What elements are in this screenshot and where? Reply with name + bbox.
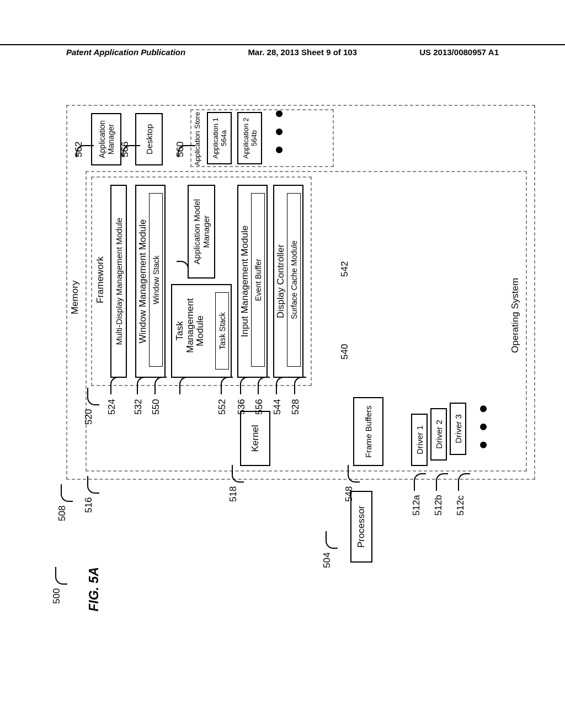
ref-536: 536 [236, 399, 247, 415]
ref-518: 518 [228, 486, 239, 502]
eventbuffer-label: Event Buffer [254, 259, 263, 301]
driver3-box: Driver 3 [450, 403, 466, 455]
ref-540: 540 [339, 344, 350, 360]
driver3-label: Driver 3 [454, 414, 463, 443]
desktop-box: Desktop [135, 113, 163, 165]
ref-542: 542 [339, 261, 350, 277]
windowstack-box: Window Stack [149, 193, 163, 367]
pub-date-sheet: Mar. 28, 2013 Sheet 9 of 103 [248, 47, 357, 61]
mdm-label: Multi-Display Management Module [114, 218, 124, 345]
ref-500: 500 [51, 588, 62, 604]
dots-drivers: ● ● ● [480, 402, 486, 449]
driver1-box: Driver 1 [411, 414, 428, 466]
app1-label: Application 1 564a [211, 117, 228, 158]
framebuffers-box: Frame Buffers [353, 397, 383, 466]
dots-apps: ● ● ● [276, 107, 281, 154]
wmm-label: Window Management Module [138, 220, 148, 344]
ref-512a: 512a [411, 495, 422, 516]
app1-box: Application 1 564a [207, 112, 232, 164]
appmgr-label: Application Manager [98, 120, 115, 158]
desktop-label: Desktop [145, 124, 154, 154]
dispctrl-label: Display Controller [276, 244, 286, 318]
pub-number: US 2013/0080957 A1 [419, 47, 499, 61]
imm-label: Input Management Module [240, 226, 250, 337]
driver2-label: Driver 2 [434, 420, 444, 449]
ref-528: 528 [290, 399, 301, 415]
figure-label: FIG. 5A [87, 567, 102, 612]
driver1-label: Driver 1 [415, 425, 424, 454]
ref-544: 544 [272, 399, 283, 415]
taskstack-box: Task Stack [215, 292, 229, 370]
ref-552: 552 [217, 399, 228, 415]
kernel-box: Kernel [240, 411, 270, 466]
appmgr-box: Application Manager [91, 113, 121, 165]
pub-type: Patent Application Publication [66, 47, 185, 61]
ref-512b: 512b [433, 495, 444, 516]
app2-label: Application 2 564b [242, 117, 258, 158]
ref-548: 548 [344, 486, 355, 502]
ref-562: 562 [73, 142, 84, 157]
kernel-label: Kernel [250, 425, 261, 452]
driver2-box: Driver 2 [430, 408, 447, 461]
amm-box: Application Model Manager [188, 185, 215, 279]
processor-label: Processor [356, 506, 367, 548]
ref-556: 556 [254, 399, 265, 415]
diagram-canvas: Processor Memory Operating System Kernel… [47, 160, 516, 557]
taskstack-label: Task Stack [218, 312, 227, 350]
page-header: Patent Application Publication Mar. 28, … [0, 44, 565, 61]
scm-box: Surface Cache Module [287, 193, 301, 367]
os-label: Operating System [510, 278, 521, 353]
eventbuffer-box: Event Buffer [251, 193, 265, 367]
appstore-label: Application Store [194, 112, 201, 166]
memory-label: Memory [70, 281, 81, 314]
ref-516: 516 [83, 497, 94, 513]
scm-label: Surface Cache Module [290, 240, 299, 319]
ref-550: 550 [151, 399, 162, 415]
ref-566: 566 [120, 142, 131, 157]
ref-524: 524 [106, 399, 118, 415]
amm-label: Application Model Manager [192, 199, 211, 264]
app2-box: Application 2 564b [237, 112, 262, 164]
ref-512c: 512c [455, 495, 466, 516]
ref-508: 508 [57, 506, 68, 521]
ref-520: 520 [83, 409, 94, 425]
tmm-label: Task Management Module [175, 309, 206, 353]
ref-532: 532 [133, 399, 144, 415]
framebuffers-label: Frame Buffers [364, 405, 373, 458]
mdm-box: Multi-Display Management Module [110, 185, 127, 378]
ref-560: 560 [175, 142, 186, 157]
ref-504: 504 [322, 553, 333, 568]
windowstack-label: Window Stack [152, 255, 161, 304]
framework-label: Framework [95, 256, 106, 303]
